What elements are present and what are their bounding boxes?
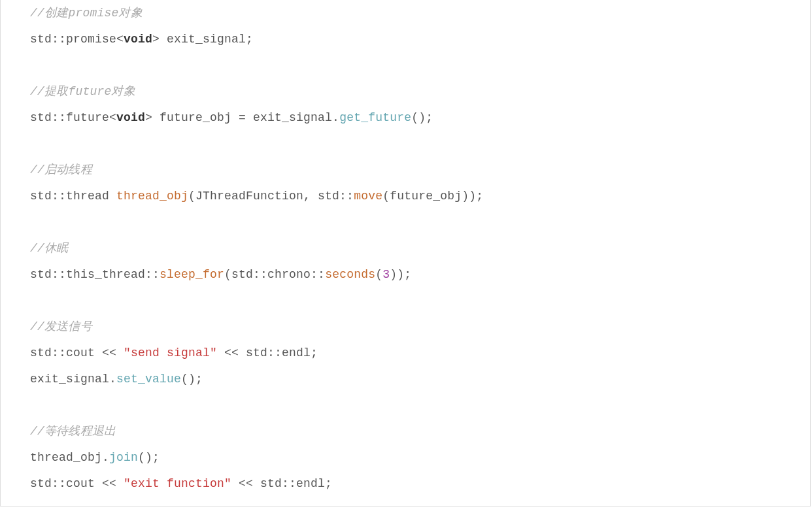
code-token: 3	[382, 268, 390, 281]
code-token: std::promise<	[30, 33, 124, 46]
code-token: void	[116, 111, 145, 124]
code-token: std::future<	[30, 111, 116, 124]
code-token: > exit_signal;	[152, 33, 253, 46]
code-token: set_value	[116, 373, 181, 386]
code-token: std::this_thread::	[30, 268, 160, 281]
code-line	[8, 209, 802, 235]
code-block: //创建promise对象 std::promise<void> exit_si…	[0, 0, 811, 507]
code-line: std::cout << "send signal" << std::endl;	[8, 340, 802, 366]
code-token: (JThreadFunction, std::	[188, 190, 354, 203]
code-token: ();	[138, 451, 160, 464]
code-line: //创建promise对象	[8, 0, 802, 26]
code-token: std::cout <<	[30, 477, 124, 490]
code-token: //发送信号	[30, 320, 92, 333]
code-line: //启动线程	[8, 157, 802, 183]
code-token: "send signal"	[124, 346, 217, 359]
code-token: void	[124, 33, 152, 46]
code-token: sleep_for	[160, 268, 224, 281]
code-line	[8, 288, 802, 314]
code-line: //提取future对象	[8, 78, 802, 105]
code-line: //发送信号	[8, 314, 802, 340]
code-line: //休眠	[8, 235, 802, 261]
code-line: exit_signal.set_value();	[8, 366, 802, 392]
code-token: std::thread	[30, 190, 116, 203]
code-token: //提取future对象	[30, 85, 135, 98]
code-token: << std::endl;	[217, 346, 318, 359]
code-token: //等待线程退出	[30, 425, 116, 438]
code-token: (	[375, 268, 382, 281]
code-token: "exit function"	[124, 477, 231, 490]
code-token: ();	[181, 373, 203, 386]
code-token: std::cout <<	[30, 346, 124, 359]
code-token: exit_signal.	[30, 373, 116, 386]
code-token: thread_obj.	[30, 451, 109, 464]
code-token: get_future	[339, 111, 411, 124]
code-line	[8, 52, 802, 78]
code-line: std::promise<void> exit_signal;	[8, 26, 802, 52]
code-line: std::this_thread::sleep_for(std::chrono:…	[8, 261, 802, 288]
code-token: (std::chrono::	[224, 268, 325, 281]
code-token: << std::endl;	[231, 477, 332, 490]
code-line: std::thread thread_obj(JThreadFunction, …	[8, 183, 802, 209]
code-token: //休眠	[30, 242, 68, 255]
code-token: ();	[411, 111, 433, 124]
code-line: std::future<void> future_obj = exit_sign…	[8, 105, 802, 131]
code-token: join	[109, 451, 138, 464]
code-line: std::cout << "exit function" << std::end…	[8, 471, 802, 497]
code-token: thread_obj	[116, 190, 188, 203]
code-line	[8, 131, 802, 157]
code-token: move	[354, 190, 382, 203]
code-line	[8, 392, 802, 418]
code-token: seconds	[325, 268, 375, 281]
code-line: //等待线程退出	[8, 418, 802, 444]
code-token: //启动线程	[30, 163, 92, 176]
code-token: > future_obj = exit_signal.	[145, 111, 339, 124]
code-token: //创建promise对象	[30, 7, 143, 20]
code-token: ));	[390, 268, 411, 281]
code-token: (future_obj));	[382, 190, 483, 203]
code-line: thread_obj.join();	[8, 444, 802, 471]
